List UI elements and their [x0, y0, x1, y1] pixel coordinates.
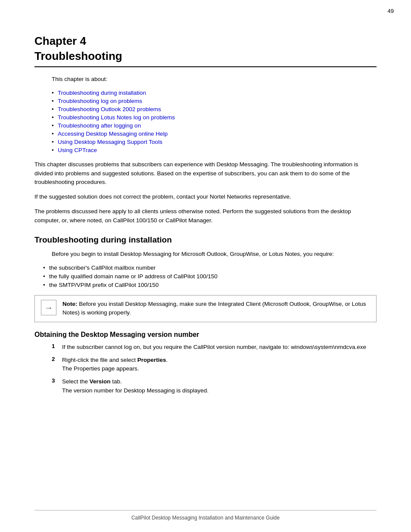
step-3-bold: Version [90, 378, 111, 385]
step-1: 1 If the subscriber cannot log on, but y… [52, 343, 377, 352]
req-item-3: the SMTP/VPIM prefix of CallPilot 100/15… [43, 282, 377, 288]
req-item-1: the subscriber's CallPilot mailbox numbe… [43, 264, 377, 271]
toc-item-2[interactable]: Troubleshooting log on problems [52, 98, 377, 104]
toc-link-2[interactable]: Troubleshooting log on problems [58, 98, 142, 104]
toc-item-4[interactable]: Troubleshooting Lotus Notes log on probl… [52, 114, 377, 121]
toc-item-3[interactable]: Troubleshooting Outlook 2002 problems [52, 106, 377, 112]
note-box: → Note: Before you install Desktop Messa… [34, 295, 377, 322]
chapter-intro-label: This chapter is about: [52, 75, 377, 84]
step-1-content: If the subscriber cannot log on, but you… [62, 343, 377, 352]
body-paragraph-1: This chapter discusses problems that sub… [34, 160, 377, 187]
page-container: 49 Chapter 4 Troubleshooting This chapte… [0, 0, 411, 532]
toc-link-3[interactable]: Troubleshooting Outlook 2002 problems [58, 106, 161, 112]
toc-link-6[interactable]: Accessing Desktop Messaging online Help [58, 131, 168, 137]
req-item-2: the fully qualified domain name or IP ad… [43, 273, 377, 280]
step-1-num: 1 [52, 343, 62, 349]
step-2-bold: Properties [137, 357, 166, 363]
content-area: Chapter 4 Troubleshooting This chapter i… [0, 0, 411, 428]
section2-heading: Obtaining the Desktop Messaging version … [34, 331, 377, 339]
toc-link-1[interactable]: Troubleshooting during installation [58, 90, 146, 96]
chapter-divider [34, 66, 377, 67]
chapter-title-line2: Troubleshooting [34, 50, 377, 63]
step-2-content: Right-click the file and select Properti… [62, 356, 377, 373]
step-2: 2 Right-click the file and select Proper… [52, 356, 377, 373]
footer: CallPilot Desktop Messaging Installation… [0, 497, 411, 532]
section1-heading: Troubleshooting during installation [34, 235, 377, 245]
toc-link-8[interactable]: Using CPTrace [58, 147, 97, 153]
footer-text: CallPilot Desktop Messaging Installation… [34, 515, 377, 525]
note-label: Note: [62, 301, 78, 307]
toc-item-6[interactable]: Accessing Desktop Messaging online Help [52, 131, 377, 137]
step-3-content: Select the Version tab.The version numbe… [62, 377, 377, 395]
body-paragraph-3: The problems discussed here apply to all… [34, 207, 377, 225]
body-paragraph-2: If the suggested solution does not corre… [34, 193, 377, 201]
step-3-num: 3 [52, 377, 62, 384]
note-text: Note: Before you install Desktop Messagi… [62, 300, 370, 317]
chapter-title-line1: Chapter 4 [34, 34, 377, 48]
page-number: 49 [388, 8, 394, 14]
footer-divider [34, 510, 377, 510]
step-3: 3 Select the Version tab.The version num… [52, 377, 377, 395]
requirements-list: the subscriber's CallPilot mailbox numbe… [43, 264, 377, 288]
steps-list: 1 If the subscriber cannot log on, but y… [52, 343, 377, 395]
toc-link-7[interactable]: Using Desktop Messaging Support Tools [58, 139, 162, 145]
toc-item-5[interactable]: Troubleshooting after logging on [52, 122, 377, 129]
note-content: Before you install Desktop Messaging, ma… [62, 301, 366, 316]
note-arrow-icon: → [41, 300, 56, 315]
toc-link-5[interactable]: Troubleshooting after logging on [58, 122, 141, 129]
toc-item-1[interactable]: Troubleshooting during installation [52, 90, 377, 96]
toc-link-4[interactable]: Troubleshooting Lotus Notes log on probl… [58, 114, 175, 121]
toc-item-7[interactable]: Using Desktop Messaging Support Tools [52, 139, 377, 145]
toc-list: Troubleshooting during installation Trou… [52, 90, 377, 153]
step-2-num: 2 [52, 356, 62, 362]
section1-intro: Before you begin to install Desktop Mess… [52, 250, 377, 258]
toc-item-8[interactable]: Using CPTrace [52, 147, 377, 153]
